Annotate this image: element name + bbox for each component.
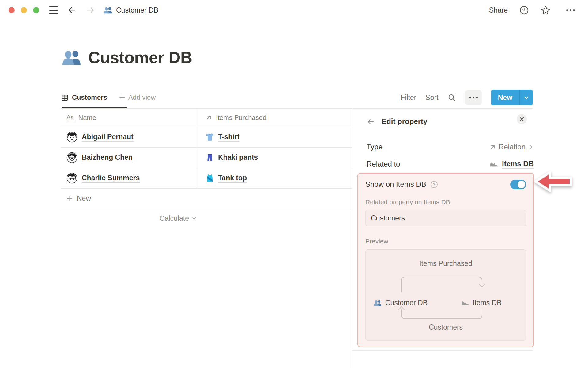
sneaker-icon [461, 300, 469, 305]
type-value[interactable]: Relation [489, 143, 534, 151]
name-cell[interactable]: Charlie Summers [61, 173, 198, 184]
calculate-button[interactable]: Calculate [61, 209, 198, 228]
highlight-region: Show on Items DB ? Related property on I… [357, 173, 534, 347]
chevron-right-icon [528, 144, 534, 150]
related-db-link[interactable]: Items DB [502, 159, 534, 169]
forward-button[interactable] [86, 6, 95, 15]
help-icon[interactable]: ? [430, 181, 438, 188]
table-view-icon [61, 94, 69, 102]
more-options-icon[interactable] [562, 3, 579, 17]
related-property-value: Customers [371, 214, 405, 222]
item-cell[interactable]: Khaki pants [198, 153, 352, 162]
panel-close-button[interactable] [517, 114, 527, 124]
view-more-options-icon[interactable] [465, 90, 482, 105]
new-button-label[interactable]: New [491, 90, 520, 105]
sort-button[interactable]: Sort [426, 94, 439, 102]
name-cell[interactable]: Baizheng Chen [61, 152, 198, 163]
new-row-label: New [77, 194, 91, 203]
panel-section-divider [352, 350, 533, 351]
jeans-icon [205, 153, 214, 162]
row-item-link[interactable]: T-shirt [218, 133, 239, 142]
type-label: Type [367, 143, 383, 151]
tank-top-icon [205, 174, 214, 182]
tab-customers[interactable]: Customers [61, 94, 107, 102]
preview-customer-db-node: Customer DB [374, 299, 428, 307]
avatar-baizheng [66, 152, 77, 163]
plus-icon [119, 94, 126, 101]
related-to-label: Related to [367, 160, 400, 168]
preview-bottom-relation-label: Customers [366, 323, 526, 332]
preview-items-db-node: Items DB [461, 299, 502, 307]
panel-title: Edit property [382, 117, 427, 126]
close-window-button[interactable] [9, 7, 15, 13]
table-row: Abigail Pernaut T-shirt [61, 127, 352, 148]
table-row: Charlie Summers Tank top [61, 168, 352, 189]
related-to-row: Related to Items DB [367, 158, 534, 170]
add-view-button[interactable]: Add view [119, 94, 156, 102]
titlebar: Customer DB Share [0, 0, 588, 20]
related-to-value[interactable]: Items DB [490, 159, 534, 169]
sneaker-icon [490, 161, 499, 167]
add-view-label: Add view [128, 94, 156, 102]
relation-preview-diagram: Items Purchased Customer DB [365, 249, 526, 341]
page-title: Customer DB [62, 48, 192, 67]
new-button-dropdown[interactable] [520, 90, 533, 105]
row-name-link[interactable]: Abigail Pernaut [82, 133, 134, 142]
row-item-link[interactable]: Khaki pants [218, 153, 258, 162]
new-record-button[interactable]: New [491, 90, 533, 105]
filter-button[interactable]: Filter [401, 94, 416, 102]
back-button[interactable] [67, 6, 77, 15]
chevron-down-icon [523, 95, 529, 101]
chevron-down-icon [191, 216, 197, 221]
minimize-window-button[interactable] [21, 7, 27, 13]
new-row-button[interactable]: New [61, 189, 352, 209]
relation-arrow-icon [489, 144, 496, 150]
show-on-items-db-toggle[interactable] [510, 180, 526, 189]
row-item-link[interactable]: Tank top [218, 174, 247, 183]
favorite-star-icon[interactable] [541, 5, 551, 15]
traffic-lights [9, 7, 39, 13]
preview-label: Preview [365, 238, 526, 245]
view-toolbar: Customers Add view Filter Sort New [61, 87, 533, 108]
name-cell[interactable]: Abigail Pernaut [61, 132, 198, 143]
column-name-label: Name [78, 114, 96, 122]
related-property-input[interactable]: Customers [365, 210, 526, 226]
arrow-right-icon [86, 6, 95, 15]
calculate-label: Calculate [160, 214, 189, 223]
people-icon [374, 300, 382, 306]
close-icon [519, 117, 524, 121]
toggle-knob [518, 181, 525, 188]
column-divider [198, 109, 198, 189]
breadcrumb[interactable]: Customer DB [104, 6, 158, 14]
page-title-text[interactable]: Customer DB [88, 48, 192, 67]
plus-icon [66, 195, 73, 202]
column-header-items-purchased[interactable]: Items Purchased [198, 114, 352, 122]
item-cell[interactable]: Tank top [198, 174, 352, 183]
avatar-abigail [66, 132, 77, 143]
avatar-charlie [66, 173, 77, 184]
history-clock-icon[interactable] [519, 6, 529, 15]
view-toolbar-actions: Filter Sort New [401, 90, 533, 105]
panel-header: Edit property [367, 117, 427, 126]
share-button[interactable]: Share [489, 6, 508, 14]
tab-customers-label: Customers [72, 94, 107, 102]
arrow-left-icon [67, 6, 77, 15]
column-header-name[interactable]: Aa Name [61, 114, 198, 122]
notion-window: Customer DB Share Customer DB [0, 0, 588, 368]
search-icon[interactable] [448, 94, 456, 102]
row-name-link[interactable]: Charlie Summers [82, 174, 140, 183]
text-property-icon: Aa [66, 114, 74, 121]
table-row: Baizheng Chen Khaki pants [61, 148, 352, 168]
zoom-window-button[interactable] [33, 7, 39, 13]
item-cell[interactable]: T-shirt [198, 133, 352, 142]
titlebar-actions: Share [489, 3, 588, 17]
sidebar-menu-icon[interactable] [49, 6, 58, 14]
people-icon [104, 6, 113, 14]
row-name-link[interactable]: Baizheng Chen [82, 153, 133, 162]
panel-back-icon[interactable] [367, 117, 375, 126]
related-property-label: Related property on Items DB [365, 198, 526, 206]
breadcrumb-label: Customer DB [116, 6, 158, 14]
show-on-items-db-row: Show on Items DB ? [365, 178, 526, 190]
svg-text:?: ? [433, 182, 435, 187]
column-items-label: Items Purchased [216, 114, 266, 122]
